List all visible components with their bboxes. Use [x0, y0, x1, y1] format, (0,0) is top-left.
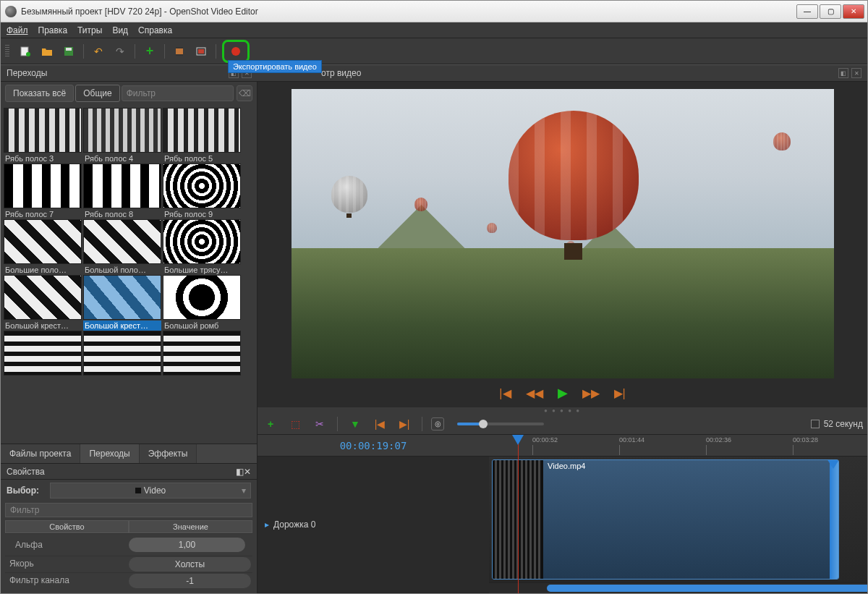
- ruler-tick: 00:00:52: [532, 436, 558, 444]
- redo-button[interactable]: ↷: [111, 43, 129, 60]
- track-header[interactable]: ▸ Дорожка 0: [258, 457, 489, 593]
- transition-thumb[interactable]: Рябь полос 9: [163, 164, 241, 219]
- preview-panel-header: отр видео ◧ ✕: [258, 64, 867, 82]
- new-project-button[interactable]: [17, 43, 34, 60]
- properties-title: Свойства: [7, 467, 45, 477]
- tab-transitions[interactable]: Переходы: [80, 444, 139, 463]
- timeline-clip[interactable]: Video.mp4: [492, 459, 839, 580]
- clip-end-handle[interactable]: [830, 460, 838, 579]
- menu-titles[interactable]: Титры: [77, 25, 102, 35]
- timeline-track[interactable]: Video.mp4: [489, 457, 867, 583]
- ruler-tick: 00:03:28: [793, 436, 818, 444]
- properties-float-icon[interactable]: ◧: [236, 467, 244, 477]
- clear-filter-icon[interactable]: ⌫: [237, 85, 252, 101]
- transitions-grid: Рябь полос 3Рябь полос 4Рябь полос 5Рябь…: [1, 105, 257, 444]
- forward-button[interactable]: ▶▶: [582, 386, 600, 400]
- transition-thumb[interactable]: Большой поло…: [83, 219, 161, 275]
- svg-point-9: [231, 47, 240, 56]
- menu-edit[interactable]: Правка: [38, 25, 68, 35]
- snap-button[interactable]: ⬚: [286, 415, 304, 433]
- property-row[interactable]: Альфа1,00: [5, 533, 252, 556]
- balloon-icon: [509, 111, 639, 277]
- properties-filter-input[interactable]: Фильтр: [5, 503, 252, 517]
- marker-button[interactable]: ▼: [346, 415, 364, 433]
- app-icon: [5, 6, 17, 17]
- prev-marker-button[interactable]: |◀: [371, 415, 388, 433]
- title-bar: Безымянный проект [HDV 720 24p] - OpenSh…: [1, 1, 867, 22]
- properties-close-icon[interactable]: ✕: [244, 467, 251, 477]
- ruler-tick: 00:02:36: [706, 436, 731, 444]
- menu-view[interactable]: Вид: [112, 25, 128, 35]
- properties-select-dropdown[interactable]: Video ▾: [50, 483, 251, 498]
- timeline-ruler[interactable]: 00:00:5200:01:4400:02:3600:03:2800:04:20…: [489, 435, 867, 457]
- duration-checkbox[interactable]: [811, 420, 820, 428]
- col-property: Свойство: [5, 520, 129, 533]
- jump-start-button[interactable]: |◀: [499, 386, 511, 400]
- transition-thumb[interactable]: Большой ромб: [163, 275, 241, 331]
- window-title: Безымянный проект [HDV 720 24p] - OpenSh…: [21, 7, 796, 17]
- menu-help[interactable]: Справка: [138, 25, 172, 35]
- preview-float-icon[interactable]: ◧: [838, 68, 848, 78]
- timeline-timecode: 00:00:19:07: [258, 435, 489, 457]
- tab-project-files[interactable]: Файлы проекта: [1, 444, 80, 463]
- jump-end-button[interactable]: ▶|: [614, 386, 626, 400]
- fullscreen-button[interactable]: [192, 43, 210, 60]
- transition-thumb[interactable]: Рябь полос 7: [4, 164, 82, 219]
- playhead[interactable]: [518, 435, 519, 593]
- import-button[interactable]: +: [141, 43, 158, 60]
- close-button[interactable]: ✕: [843, 4, 864, 19]
- play-button[interactable]: ▶: [558, 385, 568, 401]
- property-row[interactable]: ЯкорьХолсты: [5, 556, 252, 572]
- ruler-tick: 00:01:44: [619, 436, 644, 444]
- maximize-button[interactable]: ▢: [820, 4, 841, 19]
- tab-common[interactable]: Общие: [75, 85, 119, 102]
- rewind-button[interactable]: ◀◀: [526, 386, 543, 400]
- col-value: Значение: [129, 520, 252, 533]
- video-preview[interactable]: [292, 89, 834, 378]
- transitions-title: Переходы: [7, 68, 47, 78]
- profile-button[interactable]: [171, 43, 188, 60]
- duration-label: 52 секунд: [824, 419, 863, 429]
- zoom-slider[interactable]: [457, 423, 544, 425]
- transition-thumb[interactable]: Рябь полос 3: [4, 108, 82, 164]
- timeline-scrollbar[interactable]: [489, 583, 867, 593]
- tab-effects[interactable]: Эффекты: [140, 444, 197, 463]
- transition-thumb[interactable]: Рябь полос 8: [83, 164, 161, 219]
- splitter-handle[interactable]: ● ● ● ● ●: [258, 407, 867, 413]
- export-tooltip: Экспортировать видео: [228, 60, 322, 73]
- transition-thumb[interactable]: Большой крест…: [4, 275, 82, 331]
- undo-button[interactable]: ↶: [90, 43, 107, 60]
- transition-thumb[interactable]: Рябь полос 5: [163, 108, 241, 164]
- transition-thumb[interactable]: Большие поло…: [4, 219, 82, 275]
- save-project-button[interactable]: [60, 43, 77, 60]
- menu-file[interactable]: Файл: [7, 25, 28, 35]
- property-row[interactable]: Фильтр канала-1: [5, 572, 252, 589]
- svg-rect-6: [176, 54, 183, 56]
- open-project-button[interactable]: [38, 43, 56, 60]
- transitions-filter-input[interactable]: Фильтр: [122, 85, 234, 101]
- svg-rect-3: [66, 48, 72, 51]
- export-video-button[interactable]: [222, 40, 250, 63]
- track-expand-icon[interactable]: ▸: [265, 519, 269, 530]
- track-name: Дорожка 0: [273, 519, 315, 530]
- transition-thumb[interactable]: Рябь полос 4: [83, 108, 161, 164]
- preview-close-icon[interactable]: ✕: [851, 68, 861, 78]
- transition-thumb[interactable]: [163, 331, 241, 378]
- minimize-button[interactable]: —: [796, 4, 818, 19]
- center-playhead-button[interactable]: ◎: [431, 417, 444, 430]
- timeline-toolbar: + ⬚ ✂ ▼ |◀ ▶| ◎ 52 секунд: [258, 413, 867, 435]
- svg-rect-8: [198, 49, 204, 54]
- main-toolbar: ↶ ↷ + Экспортировать видео: [1, 38, 867, 64]
- transition-thumb[interactable]: [4, 331, 82, 378]
- balloon-icon: [331, 176, 367, 223]
- next-marker-button[interactable]: ▶|: [396, 415, 413, 433]
- razor-button[interactable]: ✂: [311, 415, 328, 433]
- transitions-panel-header: Переходы ◧ ✕: [1, 64, 258, 82]
- toolbar-grip: [5, 45, 9, 58]
- add-track-button[interactable]: +: [262, 415, 279, 433]
- transition-thumb[interactable]: Большой крест…: [83, 275, 161, 331]
- transition-thumb[interactable]: Большие трясу…: [163, 219, 241, 275]
- tab-show-all[interactable]: Показать всё: [5, 85, 74, 102]
- transition-thumb[interactable]: [83, 331, 161, 378]
- properties-select-label: Выбор:: [7, 485, 50, 496]
